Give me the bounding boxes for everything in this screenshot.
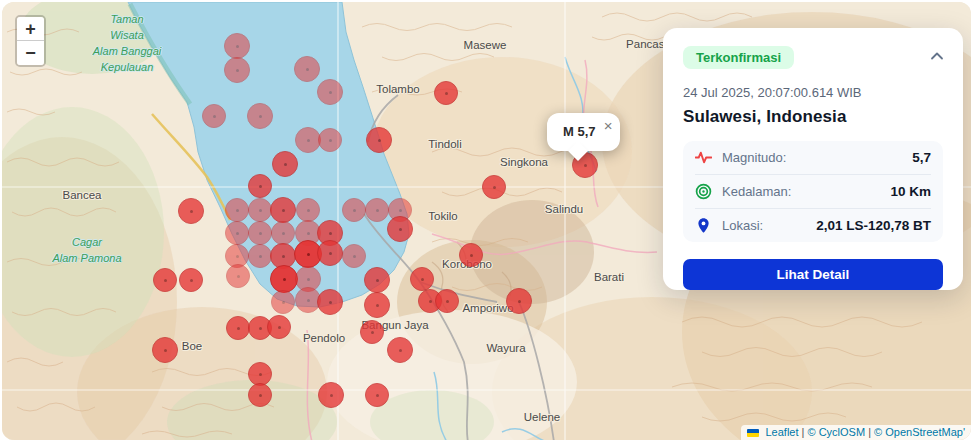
- quake-marker[interactable]: [226, 316, 250, 340]
- quake-marker[interactable]: [225, 221, 249, 245]
- ukraine-flag-icon: [747, 429, 759, 437]
- detail-value: 10 Km: [890, 184, 931, 199]
- quake-marker[interactable]: [318, 128, 342, 152]
- quake-marker[interactable]: [434, 81, 458, 105]
- quake-marker[interactable]: [248, 174, 272, 198]
- attribution-osm-link[interactable]: © OpenStreetMap': [874, 426, 965, 438]
- quake-marker[interactable]: [179, 268, 203, 292]
- event-details-box: Magnitudo:5,7Kedalaman:10 KmLokasi:2,01 …: [683, 141, 943, 242]
- quake-marker[interactable]: [317, 240, 343, 266]
- zoom-out-button[interactable]: −: [17, 41, 44, 65]
- magnitude-popup-box: M 5,7 ×: [547, 113, 620, 151]
- detail-value: 5,7: [912, 150, 931, 165]
- quake-marker[interactable]: [153, 268, 177, 292]
- quake-marker[interactable]: [387, 216, 413, 242]
- detail-row: Magnitudo:5,7: [695, 141, 931, 175]
- quake-marker[interactable]: [317, 79, 343, 105]
- magnitude-popup: M 5,7 ×: [547, 113, 620, 151]
- quake-marker[interactable]: [364, 292, 390, 318]
- quake-marker[interactable]: [366, 127, 392, 153]
- quake-marker[interactable]: [226, 264, 250, 288]
- attribution-separator: |: [868, 426, 871, 438]
- quake-marker[interactable]: [296, 198, 320, 222]
- depth-target-icon: [695, 183, 712, 200]
- quake-marker[interactable]: [178, 198, 204, 224]
- detail-row: Lokasi:2,01 LS-120,78 BT: [695, 209, 931, 242]
- event-location-title: Sulawesi, Indonesia: [683, 107, 943, 127]
- quake-marker[interactable]: [248, 383, 272, 407]
- magnitude-popup-text: M 5,7: [563, 124, 596, 139]
- quake-marker[interactable]: [270, 265, 298, 293]
- magnitude-waveform-icon: [695, 149, 712, 166]
- quake-marker[interactable]: [225, 198, 249, 222]
- zoom-in-button[interactable]: +: [17, 17, 44, 41]
- quake-marker[interactable]: [387, 337, 413, 363]
- quake-marker[interactable]: [410, 267, 434, 291]
- map-canvas[interactable]: MasewePancasilaTolamboTindoliSingkonaSal…: [2, 2, 971, 440]
- quake-marker[interactable]: [248, 244, 272, 268]
- quake-marker[interactable]: [360, 320, 384, 344]
- earthquake-detail-card: Terkonfirmasi 24 Jul 2025, 20:07:00.614 …: [663, 28, 963, 290]
- detail-label: Lokasi:: [722, 218, 763, 233]
- attribution-cyclosm-link[interactable]: © CyclOSM: [807, 426, 865, 438]
- quake-marker[interactable]: [482, 175, 506, 199]
- quake-marker[interactable]: [317, 289, 343, 315]
- quake-marker[interactable]: [224, 33, 250, 59]
- quake-marker[interactable]: [270, 197, 296, 223]
- quake-marker[interactable]: [365, 198, 389, 222]
- quake-marker[interactable]: [152, 337, 178, 363]
- quake-marker[interactable]: [271, 221, 295, 245]
- status-badge: Terkonfirmasi: [683, 46, 794, 69]
- quake-marker[interactable]: [224, 57, 250, 83]
- event-timestamp: 24 Jul 2025, 20:07:00.614 WIB: [683, 85, 943, 100]
- quake-marker[interactable]: [506, 288, 532, 314]
- detail-row: Kedalaman:10 Km: [695, 175, 931, 209]
- quake-marker[interactable]: [435, 289, 459, 313]
- chevron-up-icon[interactable]: [929, 48, 945, 64]
- location-pin-icon: [695, 217, 712, 234]
- detail-label: Kedalaman:: [722, 184, 791, 199]
- quake-marker[interactable]: [365, 383, 389, 407]
- detail-value: 2,01 LS-120,78 BT: [816, 218, 931, 233]
- quake-marker[interactable]: [248, 221, 272, 245]
- map-zoom-control: + −: [15, 15, 46, 67]
- quake-marker[interactable]: [294, 56, 320, 82]
- quake-marker[interactable]: [318, 382, 344, 408]
- quake-marker[interactable]: [342, 244, 366, 268]
- map-attribution: Leaflet | © CyclOSM | © OpenStreetMap': [741, 425, 971, 440]
- view-detail-button[interactable]: Lihat Detail: [683, 259, 943, 290]
- detail-label: Magnitudo:: [722, 150, 786, 165]
- quake-marker[interactable]: [342, 198, 366, 222]
- quake-marker[interactable]: [248, 198, 272, 222]
- quake-marker[interactable]: [272, 151, 298, 177]
- quake-marker[interactable]: [247, 103, 273, 129]
- attribution-leaflet-link[interactable]: Leaflet: [765, 426, 798, 438]
- attribution-separator: |: [802, 426, 805, 438]
- quake-marker[interactable]: [202, 104, 226, 128]
- page: MasewePancasilaTolamboTindoliSingkonaSal…: [0, 0, 973, 442]
- quake-marker[interactable]: [271, 290, 295, 314]
- quake-marker[interactable]: [267, 315, 291, 339]
- quake-marker[interactable]: [459, 243, 483, 267]
- quake-marker[interactable]: [364, 267, 390, 293]
- popup-close-icon[interactable]: ×: [604, 118, 613, 133]
